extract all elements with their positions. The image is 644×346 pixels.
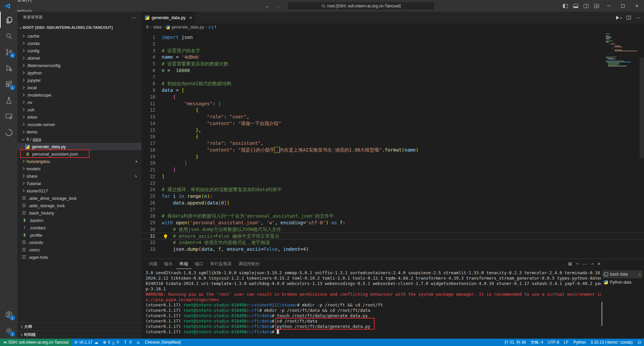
breadcrumb-ft[interactable]: ft (146, 25, 149, 30)
tree-item-xtuner0117[interactable]: xtuner0117 (17, 187, 142, 194)
tree-item-.vimrc[interactable]: .vimrc (17, 246, 142, 253)
code-editor[interactable]: 1234567891011121314151617181920212223242… (142, 31, 644, 258)
menu-查看[interactable]: 查看(V) (14, 0, 35, 6)
panel-more-icon[interactable]: ⋯ (583, 261, 587, 267)
tree-item-.aide_drive_storage_lock[interactable]: .aide_drive_storage_lock (17, 194, 142, 202)
tree-item-.jupyter[interactable]: .jupyter (17, 76, 142, 84)
editor-tab-bar: generate_data.py × (142, 12, 644, 23)
panel-close-icon[interactable]: × (598, 261, 600, 267)
panel-tab-串行监视器[interactable]: 串行监视器 (207, 259, 235, 269)
tree-item-.nv[interactable]: .nv (17, 99, 142, 106)
toggle-secondary-sidebar-icon[interactable] (584, 4, 589, 8)
minimize-button[interactable] (602, 0, 616, 12)
panel-tab-调试控制台[interactable]: 调试控制台 (235, 259, 263, 269)
remote-explorer-tab[interactable] (0, 108, 17, 124)
maximize-button[interactable] (616, 0, 630, 12)
tree-item-.profile[interactable]: $.profile (17, 231, 142, 239)
close-button[interactable]: × (630, 0, 644, 12)
command-center-search[interactable]: root [SSH: ssh.intern-ai.org.cn-Tancout] (287, 2, 435, 10)
tree-item-.viminfo[interactable]: .viminfo (17, 239, 142, 246)
python-interpreter-item[interactable]: 3.10.13 ('demo': conda) (588, 339, 635, 346)
tree-item-ft-data[interactable]: ft / data (17, 135, 142, 143)
run-debug-tab[interactable] (0, 60, 17, 76)
tree-item-.wget-hsts[interactable]: .wget-hsts (17, 253, 142, 261)
breadcrumb-file[interactable]: generate_data.py (171, 25, 204, 30)
tree-item-.bash_history[interactable]: .bash_history (17, 209, 142, 217)
editor-more-icon[interactable]: ⋯ (636, 15, 641, 21)
testing-tab[interactable] (0, 92, 17, 108)
source-control-tab[interactable]: 8 (0, 44, 17, 60)
search-tab[interactable] (0, 28, 17, 44)
tree-item-.config[interactable]: .config (17, 47, 142, 54)
breadcrumb[interactable]: ft› data› generate_data.py› [∘] f (142, 23, 644, 31)
panel-tab-问题[interactable]: 问题 (146, 259, 161, 269)
indentation-item[interactable]: 空格: 4 (528, 339, 545, 346)
terminal-instance-Python[interactable]: Python data (602, 278, 643, 286)
extensions-tab[interactable]: 1 (0, 76, 17, 92)
toggle-panel-icon[interactable] (573, 4, 578, 8)
terminal-profile-chevron-icon[interactable] (576, 262, 579, 265)
back-button[interactable]: ← (265, 3, 270, 9)
tree-item-.local[interactable]: .local (17, 84, 142, 91)
tree-item-.conda[interactable]: .conda (17, 40, 142, 47)
split-editor-icon[interactable] (627, 16, 631, 19)
explorer-more-icon[interactable]: ⋯ (131, 15, 136, 20)
language-mode-item[interactable]: Python (571, 339, 588, 346)
terminal-line-11: (xtuner0.1.17) root@intern-studio-018498… (146, 324, 601, 329)
terminal-output[interactable]: 3.0 send2trash-1.8.3 sgmllib3k-1.0.0 sim… (142, 269, 601, 339)
accounts-button[interactable]: 1 (0, 306, 17, 323)
tab-close-icon[interactable]: × (189, 15, 192, 20)
tree-item-.bashrc[interactable]: $.bashrc (17, 217, 142, 224)
tree-item-share[interactable]: share↳ (17, 172, 142, 180)
tree-item-.ipython[interactable]: .ipython (17, 69, 142, 76)
tab-generate-data[interactable]: generate_data.py × (142, 12, 195, 23)
tree-item-.filebrowserconfig[interactable]: .filebrowserconfig (17, 62, 142, 69)
minimap[interactable] (606, 34, 639, 67)
eol-item[interactable]: LF (561, 339, 571, 346)
tree-item-.vscode-server[interactable]: .vscode-server (17, 121, 142, 128)
tree-item-models[interactable]: models (17, 165, 142, 172)
terminal-scrollbar[interactable] (601, 302, 602, 326)
notifications-item[interactable] (635, 339, 644, 346)
outline-section[interactable]: 大纲 (17, 323, 142, 331)
tree-item-.aide_storage_lock[interactable]: .aide_storage_lock (17, 202, 142, 209)
panel-tab-端口[interactable]: 端口 (192, 259, 207, 269)
tree-item-personal_assistant.json[interactable]: {}personal_assistant.json (17, 150, 142, 158)
workspace-root-label: ROOT [SSH: SSH.INTERN-AI.ORG.CN-TANCOUT] (23, 25, 113, 30)
tree-item-.triton[interactable]: .triton (17, 113, 142, 121)
terminal-instance-bash[interactable]: >_bash data⚠ (602, 270, 643, 278)
editor-scrollbar[interactable] (640, 58, 644, 158)
tree-item-demo[interactable]: demo (17, 128, 142, 135)
browser-tab[interactable] (0, 124, 17, 140)
keyboard-layout-item[interactable]: Chinese (Simplified) (143, 339, 183, 346)
toggle-sidebar-icon[interactable] (563, 4, 568, 8)
settings-button[interactable]: 1 (0, 323, 17, 339)
problems-item[interactable]: ⊗ 0 △ 0 (101, 339, 121, 346)
tree-item-generate_data.py[interactable]: generate_data.py (17, 143, 142, 150)
encoding-item[interactable]: UTF-8 (545, 339, 561, 346)
tree-item-.cache[interactable]: .cache (17, 32, 142, 40)
workspace-root-row[interactable]: ROOT [SSH: SSH.INTERN-AI.ORG.CN-TANCOUT] (17, 23, 142, 32)
xtuner-version-item[interactable]: ⊘ v0.1.17 ☁ (72, 339, 100, 346)
timeline-section[interactable]: 时间线 (17, 331, 142, 339)
feedback-item[interactable] (134, 339, 143, 346)
tree-item-.modelscope[interactable]: .modelscope (17, 91, 142, 99)
cursor-position-item[interactable]: 行 31, 列 36 (502, 339, 528, 346)
panel-tab-终端[interactable]: 终端 (176, 259, 192, 269)
remote-indicator[interactable]: >< SSH: ssh.intern-ai.org.cn-Tancout (0, 339, 72, 346)
tree-item-huixiangdou[interactable]: huixiangdou● (17, 158, 142, 165)
customize-layout-icon[interactable] (594, 4, 599, 8)
tree-item-.dotnet[interactable]: .dotnet (17, 54, 142, 62)
panel-maximize-icon[interactable] (591, 263, 594, 266)
tree-item-.condarc[interactable]: !.condarc (17, 224, 142, 231)
explorer-tab[interactable] (0, 12, 17, 28)
breadcrumb-data[interactable]: data (153, 25, 161, 30)
new-terminal-icon[interactable]: ⊞ (568, 261, 572, 267)
tree-item-.ssh[interactable]: .ssh (17, 106, 142, 113)
tree-item-Tutorial[interactable]: Tutorial (17, 180, 142, 187)
ports-item[interactable]: 0 (121, 339, 134, 346)
forward-button[interactable]: → (275, 3, 280, 9)
breadcrumb-symbol[interactable]: f (215, 25, 216, 30)
panel-tab-输出[interactable]: 输出 (161, 259, 176, 269)
run-python-file-button[interactable] (616, 16, 622, 20)
